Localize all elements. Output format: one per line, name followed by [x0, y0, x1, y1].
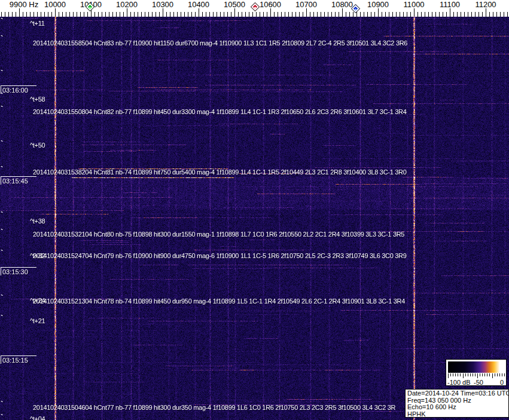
minor-tick	[130, 12, 131, 17]
minor-tick	[166, 12, 167, 17]
minor-tick	[417, 12, 418, 17]
minor-tick	[220, 12, 221, 17]
edge-tick-mark: `	[1, 142, 3, 146]
minor-tick	[159, 12, 160, 17]
freq-label: 11200	[475, 0, 496, 9]
minor-tick	[80, 12, 81, 17]
freq-label: 11000	[403, 0, 424, 9]
info-station: HPHK	[407, 411, 508, 418]
minor-tick	[256, 12, 257, 17]
major-tick	[127, 8, 127, 17]
legend-label: -50	[474, 379, 483, 386]
freq-label: 10200	[116, 0, 138, 9]
minor-tick	[461, 12, 461, 17]
minor-tick	[471, 12, 472, 17]
minor-tick	[51, 12, 52, 17]
detection-log-line: 20141024031558504 hCnt83 nb-77 f10900 hi…	[33, 39, 407, 47]
minor-tick	[389, 12, 389, 17]
minor-tick	[5, 12, 5, 17]
minor-tick	[181, 12, 181, 17]
info-date-time: Date=2014-10-24 Time=03:16 UTC	[407, 390, 508, 397]
major-tick	[55, 8, 56, 17]
detection-log-line: 20141024031524704 hCnt79 nb-76 f10900 hi…	[33, 252, 407, 259]
minor-tick	[242, 12, 242, 17]
minor-tick	[489, 12, 490, 17]
minor-tick	[475, 12, 476, 17]
info-echo: Echo=10 600 Hz	[407, 404, 508, 411]
minor-tick	[281, 12, 282, 17]
event-time-marker: ^t+04	[30, 415, 45, 420]
minor-tick	[496, 12, 497, 17]
minor-tick	[328, 12, 328, 17]
minor-tick	[360, 12, 361, 17]
minor-tick	[317, 12, 318, 17]
freq-label: 11100	[440, 0, 460, 9]
frequency-ruler: 9900 Hz100001010010200103001040010500106…	[0, 0, 509, 17]
minor-tick	[396, 12, 397, 17]
major-tick	[378, 8, 379, 17]
minor-tick	[109, 12, 109, 17]
edge-tick-mark: `	[1, 108, 3, 111]
minor-tick	[367, 12, 368, 17]
db-scale-legend: -100 dB-500	[446, 359, 507, 386]
minor-tick	[392, 12, 393, 17]
minor-tick	[339, 12, 339, 17]
minor-tick	[227, 12, 228, 17]
minor-tick	[435, 12, 436, 17]
edge-tick-mark: `	[1, 403, 3, 406]
freq-label: 10000	[44, 0, 66, 9]
event-time-marker: ^t+21	[30, 317, 45, 324]
minor-tick	[33, 12, 34, 17]
freq-label: 10400	[188, 0, 209, 9]
minor-tick	[249, 12, 249, 17]
edge-tick-mark: `	[1, 72, 3, 75]
minor-tick	[238, 12, 239, 17]
edge-tick-mark: `	[1, 296, 3, 300]
minor-tick	[439, 12, 440, 17]
edge-tick-mark: `	[1, 94, 3, 98]
minor-tick	[245, 12, 246, 17]
minor-tick	[152, 12, 153, 17]
minor-tick	[425, 12, 425, 17]
minor-tick	[145, 12, 145, 17]
app-window: 9900 Hz100001010010200103001040010500106…	[0, 0, 509, 420]
legend-labels: -100 dB-500	[446, 379, 506, 386]
minor-tick	[156, 12, 156, 17]
minor-tick	[331, 12, 332, 17]
minor-tick	[353, 12, 353, 17]
minor-tick	[267, 12, 267, 17]
minor-tick	[73, 12, 74, 17]
freq-label: 10500	[224, 0, 245, 9]
minor-tick	[410, 12, 411, 17]
minor-tick	[482, 12, 483, 17]
colormap-gradient	[448, 361, 504, 373]
legend-label: 0	[500, 379, 504, 386]
major-tick	[163, 8, 163, 17]
spectrogram-area[interactable]	[0, 17, 509, 420]
minor-tick	[87, 12, 88, 17]
minor-tick	[141, 12, 142, 17]
minor-tick	[335, 12, 336, 17]
edge-tick-mark: `	[1, 37, 3, 41]
detection-log-line: 20141024031532104 hCnt80 nb-75 f10898 hi…	[33, 231, 404, 238]
minor-tick	[468, 12, 468, 17]
edge-tick-mark: `	[1, 231, 3, 234]
minor-tick	[303, 12, 303, 17]
detection-log-line: 20141024031550804 hCnt82 nb-77 f10899 hi…	[33, 108, 407, 115]
minor-tick	[30, 12, 31, 17]
edge-tick-mark: `	[1, 317, 3, 320]
freq-label: 10600	[260, 0, 281, 9]
minor-tick	[274, 12, 275, 17]
minor-tick	[112, 12, 113, 17]
minor-tick	[120, 12, 120, 17]
minor-tick	[288, 12, 289, 17]
minor-tick	[213, 12, 214, 17]
minor-tick	[102, 12, 102, 17]
marker-red-icon[interactable]	[251, 3, 259, 11]
minor-tick	[1, 12, 2, 17]
minor-tick	[500, 12, 501, 17]
edge-tick-mark: `	[1, 168, 3, 171]
minor-tick	[69, 12, 70, 17]
freq-label: 10700	[295, 0, 317, 9]
minor-tick	[202, 12, 203, 17]
